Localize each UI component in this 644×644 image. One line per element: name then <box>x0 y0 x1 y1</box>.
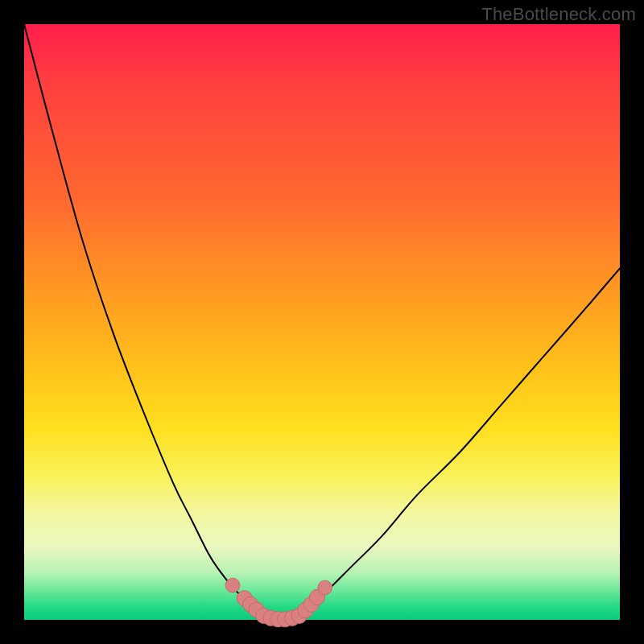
series-left-curve <box>24 24 262 617</box>
chart-svg <box>24 24 620 620</box>
curve-layer <box>24 24 620 620</box>
chart-frame: TheBottleneck.com <box>0 0 644 644</box>
marker-layer <box>225 578 332 627</box>
attribution-text: TheBottleneck.com <box>481 4 636 25</box>
right-marker-upper <box>318 580 332 595</box>
left-marker-upper <box>225 578 240 592</box>
plot-area <box>24 24 620 620</box>
series-right-curve <box>298 268 620 616</box>
